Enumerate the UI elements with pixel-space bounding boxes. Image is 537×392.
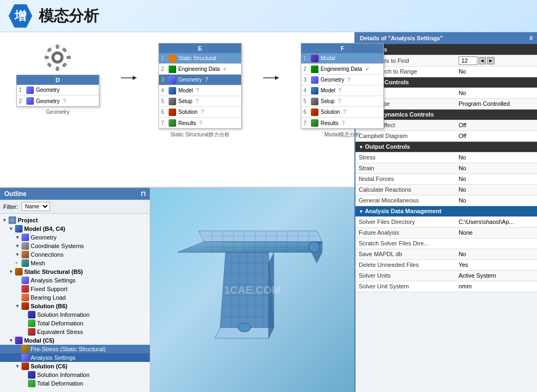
tree-item-total-deformation[interactable]: Total Deformation [0,319,150,328]
header-title: 模态分析 [39,6,99,26]
tree-item-pre-stress-static-structural[interactable]: Pre-Stress (Static Structural) [0,345,150,353]
prop-value: No [455,249,537,259]
decrement-button[interactable]: ◄ [478,57,486,64]
prop-label: Nodal Forces [355,173,455,184]
expand-icon[interactable]: ▼ [9,338,15,343]
workflow-container: D 1 Geometry 2 Geometry ? G [11,43,344,139]
wf-box-e-header: E [159,43,241,53]
tree-item-project[interactable]: ▼Project [0,216,150,224]
stress-tree-icon [28,328,35,336]
wf-row-e1[interactable]: 1 Static Structural [159,53,241,64]
wf-label-f6: Solution [321,109,340,115]
expand-icon[interactable]: ▼ [9,269,15,274]
tree-label: Equivalent Stress [37,329,83,335]
tree-item-mesh[interactable]: +Mesh [0,259,150,267]
outline-filter: Filter: Name [0,200,150,214]
details-header: Details of "Analysis Settings" # [355,32,537,44]
tree-item-analysis-settings[interactable]: Analysis Settings [0,353,150,362]
wf-row-f5[interactable]: 5 Setup ? [301,96,383,107]
bearing-tree-icon [21,294,29,301]
details-title: Details of "Analysis Settings" [360,35,443,41]
wf-row-e6[interactable]: 6 Solution ? [159,107,241,118]
increment-button[interactable]: ► [487,57,495,64]
wf-row-d2[interactable]: 2 Geometry ? [17,96,99,106]
sol-icon-f6 [311,108,318,116]
filter-select[interactable]: Name [21,202,50,211]
tree-item-geometry[interactable]: ▼Geometry [0,233,150,242]
conn-tree-icon [21,251,29,258]
tree-item-solution-information[interactable]: Solution Information [0,310,150,319]
wf-label-d2: Geometry [36,98,60,104]
expand-icon[interactable]: ▼ [2,217,9,223]
wf-row-e7[interactable]: 7 Results ? [159,118,241,128]
mesh-tree-icon [21,259,29,267]
wf-row-f6[interactable]: 6 Solution ? [301,107,383,118]
wf-row-f7[interactable]: 7 Results ? [301,118,383,128]
wf-row-f2[interactable]: 2 Engineering Data ✓ [301,64,383,75]
outline-tree: ▼Project▼Model (B4, C4)▼Geometry▼Coordin… [0,214,150,392]
tree-item-coordinate-systems[interactable]: ▼Coordinate Systems [0,242,150,250]
wf-row-f4[interactable]: 4 Model ? [301,85,383,96]
wf-footer-f: Modal模态分析 [324,131,360,139]
svg-rect-6 [47,47,52,53]
expand-icon[interactable]: ▼ [15,243,21,249]
wf-row-e5[interactable]: 5 Setup ? [159,96,241,107]
svg-rect-9 [62,62,67,68]
tree-item-solution-information[interactable]: Solution Information [0,371,150,379]
info-tree-icon [28,371,35,379]
svg-point-10 [53,53,62,62]
tree-label: Analysis Settings [31,354,76,361]
wf-row-e3[interactable]: 3 Geometry ? [159,75,241,85]
left-panel: D 1 Geometry 2 Geometry ? G [0,32,354,392]
outline-pin-icon[interactable]: ⊓ [141,190,146,198]
wf-row-f3[interactable]: 3 Geometry ? [301,75,383,85]
view3d-area: 1CAE.COM [150,188,354,392]
wf-box-d-header: D [17,75,99,85]
tree-item-static-structural-b5[interactable]: ▼Static Structural (B5) [0,267,150,276]
geo-icon-d2 [26,97,34,105]
setup-icon-e5 [169,98,176,105]
expand-icon[interactable]: ▼ [15,235,21,240]
tree-label: Project [18,217,38,223]
tree-item-equivalent-stress[interactable]: Equivalent Stress [0,328,150,336]
wf-label-e6: Solution [178,109,198,115]
tree-item-bearing-load[interactable]: Bearing Load [0,293,150,302]
prop-label: General Miscellaneous [355,195,455,206]
prop-value: Off [455,120,537,130]
wf-row-e4[interactable]: 4 Model ? [159,85,241,96]
tree-label: Pre-Stress (Static Structural) [31,346,106,352]
tree-item-total-deformation[interactable]: Total Deformation [0,379,150,388]
expand-icon[interactable]: ▼ [15,303,21,309]
workflow-box-f[interactable]: F 1 Modal 2 Engineering Data ✓ [301,43,384,129]
wf-label-f4: Model [321,88,335,93]
tree-item-solution-b6[interactable]: ▼Solution (B6) [0,302,150,310]
max-modes-input[interactable] [459,56,477,65]
workflow-box-d[interactable]: D 1 Geometry 2 Geometry ? [16,75,99,107]
prop-value[interactable]: ◄► [455,55,537,66]
tree-item-model-b4-c4[interactable]: ▼Model (B4, C4) [0,224,150,233]
svg-rect-7 [62,47,67,53]
prop-value: No [455,173,537,184]
prop-value: Program Controlled [455,98,537,109]
prop-label: Save MAPDL db [355,249,455,259]
tree-item-analysis-settings[interactable]: Analysis Settings [0,276,150,285]
workflow-area: D 1 Geometry 2 Geometry ? G [0,32,354,188]
wf-row-e2[interactable]: 2 Engineering Data ✓ [159,64,241,75]
details-pin[interactable]: # [529,35,533,41]
wf-row-f1[interactable]: 1 Modal [301,53,383,64]
tree-item-solution-c6[interactable]: ▼Solution (C6) [0,362,150,371]
tree-item-connections[interactable]: ▼Connections [0,250,150,259]
workflow-box-e[interactable]: E 1 Static Structural 2 Engineering Data… [158,43,242,129]
wf-label-f2: Engineering Data [321,66,362,72]
expand-icon[interactable]: ▼ [15,364,21,369]
wf-label-e4: Model [178,88,193,93]
prop-value: nmm [455,281,537,292]
prop-value: No [455,195,537,206]
wf-row-d1[interactable]: 1 Geometry [17,85,99,96]
expand-icon[interactable]: ▼ [15,252,21,257]
tree-item-fixed-support[interactable]: Fixed Support [0,285,150,293]
prop-label: Calculate Reactions [355,184,455,195]
expand-icon[interactable]: + [15,260,21,266]
expand-icon[interactable]: ▼ [9,226,15,231]
tree-item-modal-c5[interactable]: ▼Modal (C5) [0,336,150,345]
